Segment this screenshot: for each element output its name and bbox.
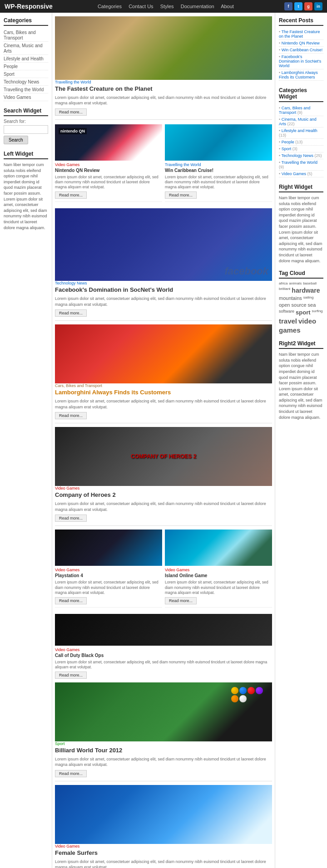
island-post-image [165, 530, 272, 566]
hero-post-image [55, 16, 272, 80]
nav-contact[interactable]: Contact Us [129, 4, 153, 9]
lamborghini-post: Cars, Bikes and Transport Lamborghini Al… [55, 324, 272, 423]
recent-post-item[interactable]: Facebook's Domination in SocNet's World [279, 54, 323, 69]
tag-software[interactable]: software [279, 309, 294, 316]
island-post-readmore[interactable]: Read more... [165, 597, 197, 604]
googleplus-social-icon[interactable]: g [304, 2, 312, 10]
category-item[interactable]: Cars, Bikes and Transport [4, 29, 48, 42]
caribbean-post-category: Travelling the World [165, 162, 272, 167]
left-widget-text: Nam liber tempor cum soluta nobis eleife… [4, 162, 48, 230]
category-item[interactable]: Technology News [4, 78, 48, 86]
caribbean-post-readmore[interactable]: Read more... [165, 191, 197, 199]
nav-about[interactable]: About [221, 4, 234, 9]
search-widget-title: Search Widget [4, 108, 48, 116]
company-post-title: Company of Heroes 2 [55, 491, 272, 499]
tag-travel[interactable]: travel [279, 317, 297, 325]
tag-hardware[interactable]: hardware [292, 287, 320, 294]
cat-right-item[interactable]: Lifestyle and Health (13) [279, 128, 323, 139]
lamborghini-post-readmore[interactable]: Read more... [55, 412, 87, 419]
right2-widget-title: Right2 Widget [279, 340, 323, 349]
tag-open-source[interactable]: open source [279, 302, 307, 308]
facebook-social-icon[interactable]: f [284, 2, 292, 10]
left-widget-title: Left Widget [4, 151, 48, 159]
linkedin-social-icon[interactable]: in [314, 2, 322, 10]
main-content: Travelling the World The Fastest Creatur… [52, 13, 275, 868]
tag-africa[interactable]: africa [279, 281, 288, 285]
recent-post-item[interactable]: Nintendo QN Review [279, 40, 323, 47]
cat-right-item[interactable]: Travelling the World (9) [279, 159, 323, 171]
cat-right-item[interactable]: Cinema, Music and Arts (22) [279, 116, 323, 128]
category-item[interactable]: Video Games [4, 93, 48, 101]
caribbean-post-image [165, 124, 272, 161]
hero-post-readmore[interactable]: Read more... [55, 108, 87, 116]
ps4-post-excerpt: Lorem ipsum dolor sit amet, consectetuer… [55, 580, 162, 595]
facebook-post-category: Technology News [55, 281, 272, 285]
tag-mountains[interactable]: mountains [279, 295, 302, 301]
cod-post: Video Games Call of Duty Black Ops Lorem… [55, 614, 272, 679]
tag-brilliant[interactable]: brilliant [279, 287, 290, 294]
cod-post-category: Video Games [55, 647, 272, 652]
company-post-image: COMPANY OF HEROES 2 [55, 427, 272, 486]
facebook-post-title: Facebook's Domination in SocNet's World [55, 286, 272, 294]
nav-categories[interactable]: Categories [98, 4, 122, 9]
category-item[interactable]: Cinema, Music and Arts [4, 42, 48, 55]
category-item[interactable]: People [4, 63, 48, 70]
hero-post-excerpt: Lorem ipsum dolor sit amet, consectetuer… [55, 95, 272, 106]
cod-post-title: Call of Duty Black Ops [55, 653, 272, 658]
lamborghini-post-image [55, 324, 272, 383]
recent-post-item[interactable]: The Fastest Creature on the Planet [279, 29, 323, 40]
cat-right-item[interactable]: Sport (3) [279, 146, 323, 152]
cod-post-image [55, 614, 272, 646]
nintendo-post-readmore[interactable]: Read more... [55, 191, 87, 199]
category-item[interactable]: Sport [4, 70, 48, 78]
recent-post-item[interactable]: Win Caribbean Cruise! [279, 47, 323, 54]
facebook-post-image: facebook [55, 208, 272, 281]
caribbean-post: Travelling the World Win Caribbean Cruis… [165, 124, 272, 202]
right-widget-title: Right Widget [279, 184, 323, 192]
tag-video[interactable]: video [298, 317, 316, 325]
company-post: COMPANY OF HEROES 2 Video Games Company … [55, 427, 272, 526]
nintendo-post-excerpt: Lorem ipsum dolor sit amet, consectetuer… [55, 175, 162, 190]
nintendo-post-image: nintendo QN [55, 124, 162, 161]
billiard-post-image [55, 682, 272, 741]
categories-widget-right-title: Categories Widget [279, 87, 323, 102]
ps4-post-category: Video Games [55, 568, 162, 572]
island-post: Video Games Island Online Game Lorem ips… [165, 530, 272, 607]
tag-sailing[interactable]: sailing [303, 295, 314, 301]
tag-baseball[interactable]: baseball [303, 281, 317, 285]
cat-right-item[interactable]: People (13) [279, 139, 323, 146]
surfers-post-image [55, 785, 272, 844]
recent-posts-list: The Fastest Creature on the Planet Ninte… [279, 29, 323, 81]
tag-games[interactable]: games [279, 326, 301, 334]
cat-right-item[interactable]: Technology News (25) [279, 152, 323, 159]
tag-animals[interactable]: animals [289, 281, 302, 285]
left-widget: Left Widget Nam liber tempor cum soluta … [4, 151, 48, 230]
left-sidebar: Categories Cars, Bikes and Transport Cin… [0, 13, 52, 868]
tag-surfing[interactable]: surfing [312, 309, 323, 316]
category-item[interactable]: Travelling the World [4, 86, 48, 93]
cod-post-readmore[interactable]: Read more... [55, 672, 87, 679]
tag-sport[interactable]: sport [296, 309, 311, 316]
cat-right-item[interactable]: Cars, Bikes and Transport (9) [279, 105, 323, 116]
nav-styles[interactable]: Styles [160, 4, 174, 9]
search-input[interactable] [4, 125, 48, 134]
tag-sea[interactable]: sea [308, 302, 316, 308]
surfers-post-excerpt: Lorem ipsum dolor sit amet, consectetuer… [55, 859, 272, 868]
caribbean-post-title: Win Caribbean Cruise! [165, 168, 272, 173]
billiard-post-readmore[interactable]: Read more... [55, 770, 87, 777]
lamborghini-post-excerpt: Lorem ipsum dolor sit amet, consectetuer… [55, 398, 272, 410]
facebook-post-readmore[interactable]: Read more... [55, 309, 87, 317]
twitter-social-icon[interactable]: t [294, 2, 302, 10]
recent-post-item[interactable]: Lamborghini Always Finds its Customers [279, 69, 323, 81]
billiard-post-excerpt: Lorem ipsum dolor sit amet, consectetuer… [55, 756, 272, 768]
ps4-post-readmore[interactable]: Read more... [55, 597, 87, 604]
site-logo[interactable]: WP-Responsive [5, 3, 53, 10]
company-post-excerpt: Lorem ipsum dolor sit amet, consectetuer… [55, 501, 272, 512]
company-post-readmore[interactable]: Read more... [55, 515, 87, 522]
search-label: Search for: [4, 119, 48, 124]
search-button[interactable]: Search [4, 136, 28, 144]
category-item[interactable]: Lifestyle and Health [4, 55, 48, 63]
cat-right-item[interactable]: Video Games (5) [279, 171, 323, 177]
nintendo-post: nintendo QN Video Games Nintendo QN Revi… [55, 124, 162, 202]
nav-documentation[interactable]: Documentation [181, 4, 214, 9]
